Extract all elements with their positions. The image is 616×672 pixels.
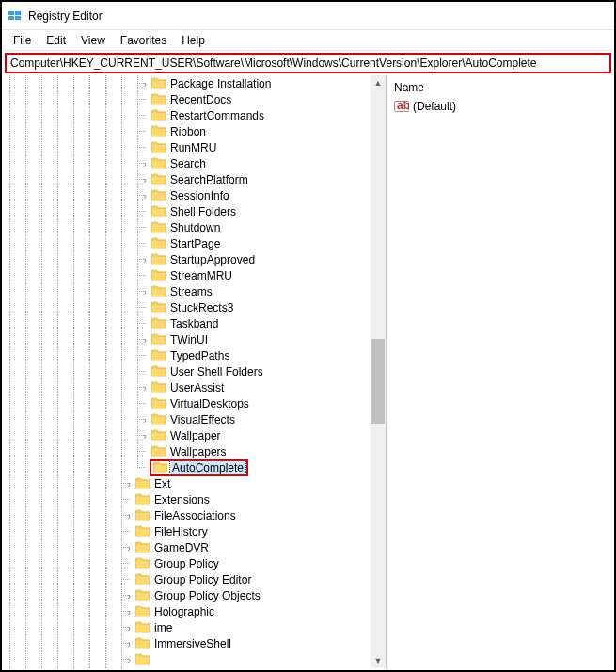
tree-expander[interactable] — [140, 367, 150, 376]
tree-expander[interactable]: › — [140, 191, 150, 200]
tree-expander[interactable]: › — [140, 431, 150, 440]
tree-expander[interactable]: › — [140, 79, 150, 88]
tree-expander[interactable] — [124, 527, 134, 536]
tree-item[interactable]: Shutdown — [2, 219, 371, 235]
value-row[interactable]: ab (Default) — [394, 98, 607, 115]
tree-item-label: Wallpapers — [168, 445, 229, 458]
tree-expander[interactable] — [140, 271, 150, 280]
tree-item[interactable]: ›Search — [2, 155, 371, 171]
tree-expander[interactable] — [140, 447, 150, 456]
tree-expander[interactable]: › — [124, 511, 134, 520]
tree-item[interactable]: RunMRU — [2, 139, 371, 155]
tree-expander[interactable]: › — [124, 607, 134, 616]
tree-expander[interactable] — [140, 223, 150, 232]
menu-view[interactable]: View — [73, 32, 113, 49]
tree-item[interactable]: Ribbon — [2, 123, 371, 139]
tree-item[interactable]: ›GameDVR — [2, 539, 371, 555]
tree-expander[interactable] — [140, 207, 150, 216]
tree-expander[interactable]: › — [124, 543, 134, 552]
tree-item[interactable]: ›VisualEffects — [2, 411, 371, 427]
tree-item[interactable]: Group Policy Editor — [2, 571, 371, 587]
tree-item[interactable]: ›Streams — [2, 283, 371, 299]
registry-tree[interactable]: ›Package InstallationRecentDocsRestartCo… — [2, 75, 371, 668]
menu-edit[interactable]: Edit — [39, 32, 73, 49]
tree-item-label: Shutdown — [168, 221, 222, 234]
tree-expander[interactable] — [124, 575, 134, 584]
tree-item[interactable]: ›SessionInfo — [2, 187, 371, 203]
folder-icon — [151, 301, 166, 313]
tree-item[interactable]: ›Package Installation — [2, 75, 371, 91]
tree-item-label: Group Policy — [152, 557, 221, 570]
tree-item[interactable]: ›ImmersiveShell — [2, 635, 371, 651]
tree-expander[interactable]: › — [124, 639, 134, 648]
tree-expander[interactable]: › — [140, 287, 150, 296]
scroll-thumb[interactable] — [371, 339, 385, 424]
tree-item[interactable]: ›StartupApproved — [2, 251, 371, 267]
tree-scrollbar[interactable]: ▲ ▼ — [371, 75, 386, 668]
tree-expander[interactable] — [140, 351, 150, 360]
address-bar[interactable]: Computer\HKEY_CURRENT_USER\Software\Micr… — [5, 53, 611, 73]
tree-expander[interactable] — [140, 463, 150, 472]
tree-item[interactable]: StuckRects3 — [2, 299, 371, 315]
folder-icon — [151, 349, 166, 361]
tree-item[interactable]: ›SearchPlatform — [2, 171, 371, 187]
titlebar[interactable]: Registry Editor — [2, 2, 614, 30]
tree-item[interactable]: ›FileAssociations — [2, 507, 371, 523]
tree-expander[interactable]: › — [140, 175, 150, 184]
tree-item[interactable]: Wallpapers — [2, 443, 371, 459]
tree-expander[interactable]: › — [140, 383, 150, 392]
tree-expander[interactable] — [140, 239, 150, 248]
tree-item[interactable]: ›Holographic — [2, 603, 371, 619]
tree-expander[interactable] — [140, 127, 150, 136]
tree-item[interactable]: ›ime — [2, 619, 371, 635]
tree-item[interactable]: StreamMRU — [2, 267, 371, 283]
tree-item[interactable]: Taskband — [2, 315, 371, 331]
tree-expander[interactable] — [140, 303, 150, 312]
tree-item[interactable]: ›Ext — [2, 475, 371, 491]
tree-expander[interactable]: › — [140, 159, 150, 168]
tree-item[interactable]: FileHistory — [2, 523, 371, 539]
tree-item[interactable]: Extensions — [2, 491, 371, 507]
tree-expander[interactable] — [140, 399, 150, 408]
tree-expander[interactable] — [140, 319, 150, 328]
tree-item[interactable]: Group Policy — [2, 555, 371, 571]
tree-item[interactable]: RestartCommands — [2, 107, 371, 123]
tree-item[interactable]: ›UserAssist — [2, 379, 371, 395]
tree-item[interactable]: AutoComplete — [2, 459, 371, 475]
folder-icon — [151, 269, 166, 281]
menu-file[interactable]: File — [6, 32, 39, 49]
tree-expander[interactable]: › — [124, 479, 134, 488]
svg-rect-0 — [8, 11, 14, 15]
tree-item[interactable]: User Shell Folders — [2, 363, 371, 379]
tree-expander[interactable] — [140, 95, 150, 104]
tree-item[interactable]: Shell Folders — [2, 203, 371, 219]
tree-item-label: Taskband — [168, 317, 220, 330]
tree-expander[interactable]: › — [124, 623, 134, 632]
tree-expander[interactable] — [140, 143, 150, 152]
tree-expander[interactable] — [140, 111, 150, 120]
menu-favorites[interactable]: Favorites — [113, 32, 174, 49]
tree-expander[interactable] — [124, 559, 134, 568]
tree-item[interactable]: ›Wallpaper — [2, 427, 371, 443]
tree-item[interactable]: TypedPaths — [2, 347, 371, 363]
tree-expander[interactable]: › — [140, 255, 150, 264]
tree-item[interactable]: › — [2, 667, 371, 668]
tree-expander[interactable]: › — [140, 335, 150, 344]
tree-item-label: Streams — [168, 285, 214, 298]
menu-help[interactable]: Help — [174, 32, 213, 49]
tree-expander[interactable]: › — [124, 655, 134, 664]
tree-item[interactable]: StartPage — [2, 235, 371, 251]
tree-item-label: FileHistory — [152, 525, 210, 538]
tree-item[interactable]: ›TWinUI — [2, 331, 371, 347]
scroll-down-arrow[interactable]: ▼ — [371, 653, 386, 668]
scroll-up-arrow[interactable]: ▲ — [371, 75, 386, 90]
tree-expander[interactable]: › — [124, 591, 134, 600]
folder-icon — [153, 461, 167, 473]
tree-item[interactable]: ›Group Policy Objects — [2, 587, 371, 603]
column-header-name[interactable]: Name — [394, 79, 607, 98]
tree-item[interactable]: › — [2, 651, 371, 667]
tree-item[interactable]: RecentDocs — [2, 91, 371, 107]
tree-item[interactable]: VirtualDesktops — [2, 395, 371, 411]
tree-expander[interactable] — [124, 495, 134, 504]
tree-expander[interactable]: › — [140, 415, 150, 424]
